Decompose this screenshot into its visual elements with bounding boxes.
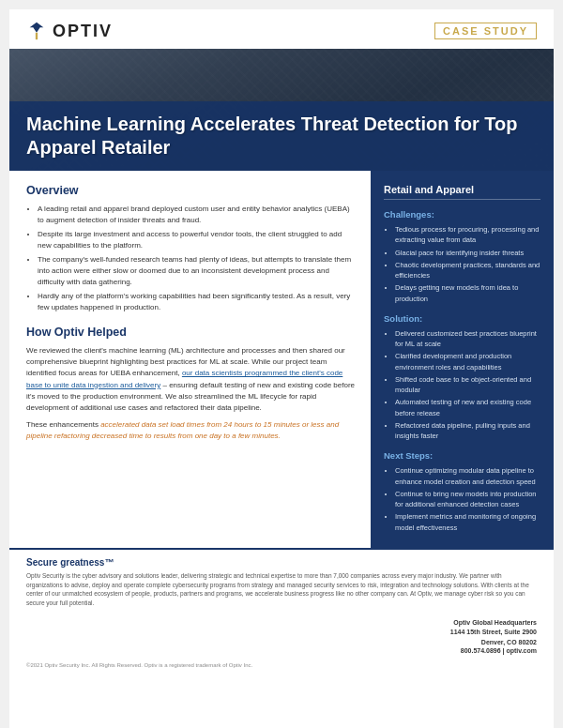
- overview-list: A leading retail and apparel brand deplo…: [26, 204, 356, 314]
- how-optiv-para2: These enhancements accelerated data set …: [26, 419, 356, 443]
- solution-2: Clarified development and production env…: [395, 351, 540, 372]
- challenge-4: Delays getting new models from idea to p…: [395, 282, 540, 304]
- footer-address-text: 1144 15th Street, Suite 2900 Denver, CO …: [450, 628, 537, 647]
- header: OPTIV CASE STUDY: [9, 9, 554, 49]
- main-content: Overview A leading retail and apparel br…: [9, 171, 554, 548]
- sidebar-industry: Retail and Apparel: [384, 184, 540, 200]
- sidebar-solutions-list: Delivered customized best practices blue…: [384, 328, 540, 442]
- footer-copyright: ©2021 Optiv Security Inc. All Rights Res…: [9, 660, 554, 671]
- solution-3: Shifted code base to be object-oriented …: [395, 374, 540, 396]
- sidebar-challenges-list: Tedious process for procuring, processin…: [384, 224, 540, 304]
- sidebar-next-steps-heading: Next Steps:: [384, 450, 540, 461]
- how-optiv-body: We reviewed the client's machine learnin…: [26, 345, 356, 443]
- solution-1: Delivered customized best practices blue…: [395, 328, 540, 350]
- footer-city: Denver, CO 80202: [481, 639, 537, 645]
- overview-item-2: Despite its large investment and access …: [38, 229, 356, 252]
- case-study-badge: CASE STUDY: [434, 23, 537, 39]
- hero-title-text: Machine Learning Accelerates Threat Dete…: [26, 113, 537, 159]
- footer-street: 1144 15th Street, Suite 2900: [450, 629, 537, 635]
- next-step-1: Continue optimizing modular data pipelin…: [395, 465, 540, 487]
- solution-5: Refactored data pipeline, pulling inputs…: [395, 420, 540, 442]
- footer-hq-label: Optiv Global Headquarters: [450, 618, 537, 629]
- footer-secure-heading: Secure greatness™: [26, 557, 537, 568]
- sidebar-next-steps-list: Continue optimizing modular data pipelin…: [384, 465, 540, 533]
- overview-item-3: The company's well-funded research teams…: [38, 254, 356, 289]
- how-optiv-para1: We reviewed the client's machine learnin…: [26, 345, 356, 415]
- challenge-2: Glacial pace for identifying insider thr…: [395, 248, 540, 258]
- sidebar-solution-heading: Solution:: [384, 313, 540, 324]
- logo: OPTIV: [26, 21, 113, 41]
- left-column: Overview A leading retail and apparel br…: [9, 171, 371, 548]
- next-step-3: Implement metrics and monitoring of ongo…: [395, 511, 540, 533]
- challenge-1: Tedious process for procuring, processin…: [395, 224, 540, 246]
- solution-4: Automated testing of new and existing co…: [395, 397, 540, 418]
- overview-heading: Overview: [26, 184, 356, 197]
- optiv-logo-icon: [26, 21, 47, 41]
- how-optiv-heading: How Optiv Helped: [26, 326, 356, 339]
- right-sidebar: Retail and Apparel Challenges: Tedious p…: [371, 171, 554, 548]
- sidebar-challenges-heading: Challenges:: [384, 209, 540, 220]
- footer-address-block: Optiv Global Headquarters 1144 15th Stre…: [450, 618, 537, 655]
- footer-section: Secure greatness™ Optiv Security is the …: [9, 548, 554, 614]
- overview-item-4: Hardly any of the platform's working cap…: [38, 291, 356, 314]
- footer-bottom: Optiv Global Headquarters 1144 15th Stre…: [9, 614, 554, 660]
- next-step-2: Continue to bring new models into produc…: [395, 489, 540, 510]
- hero-image: Machine Learning Accelerates Threat Dete…: [9, 49, 554, 171]
- hero-title-bar: Machine Learning Accelerates Threat Dete…: [9, 101, 554, 171]
- challenge-3: Chaotic development practices, standards…: [395, 260, 540, 281]
- overview-item-1: A leading retail and apparel brand deplo…: [38, 204, 356, 227]
- logo-text: OPTIV: [53, 22, 113, 41]
- footer-contact: 800.574.0896 | optiv.com: [450, 647, 537, 654]
- footer-secure-body: Optiv Security is the cyber advisory and…: [26, 571, 537, 608]
